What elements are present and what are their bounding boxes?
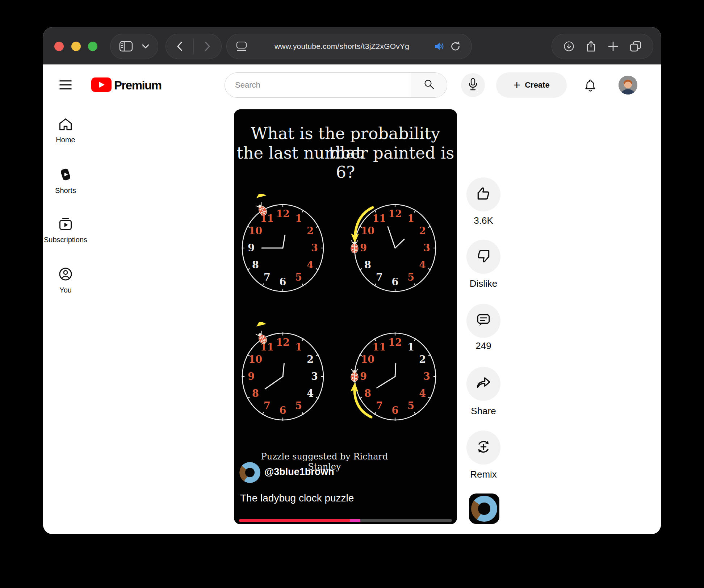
svg-text:10: 10 [361, 354, 375, 365]
svg-text:4: 4 [419, 259, 426, 270]
youtube-premium-logo[interactable]: Premium [91, 77, 162, 93]
subscriptions-icon [58, 217, 73, 232]
svg-text:3: 3 [311, 242, 318, 253]
svg-text:4: 4 [419, 388, 426, 399]
svg-text:6: 6 [280, 276, 286, 287]
sidebar-item-subscriptions[interactable]: Subscriptions [46, 217, 85, 244]
new-tab-icon[interactable] [608, 41, 618, 51]
voice-search-button[interactable] [461, 73, 485, 97]
plus-icon: + [513, 79, 520, 91]
downloads-icon[interactable] [563, 41, 574, 52]
chevron-down-icon[interactable] [142, 44, 149, 49]
like-count: 3.6K [454, 215, 512, 226]
minimize-window-button[interactable] [71, 42, 81, 51]
svg-text:2: 2 [419, 354, 426, 365]
svg-text:4: 4 [307, 388, 314, 399]
comments-count: 249 [454, 340, 512, 352]
close-window-button[interactable] [54, 42, 64, 51]
like-button[interactable] [466, 177, 500, 211]
sidebar-item-home[interactable]: Home [46, 117, 85, 144]
video-progress-bar[interactable] [239, 519, 452, 522]
svg-text:5: 5 [407, 400, 414, 411]
url-text[interactable]: www.youtube.com/shorts/t3jZ2xGOvYg [252, 42, 432, 51]
share-button[interactable] [466, 367, 500, 401]
forward-button[interactable] [205, 42, 210, 51]
page-settings-icon[interactable] [236, 41, 247, 52]
svg-text:1: 1 [295, 341, 302, 353]
svg-text:3: 3 [311, 371, 318, 382]
tab-overview-icon[interactable] [630, 41, 641, 52]
dislike-label: Dislike [454, 278, 512, 289]
channel-avatar[interactable] [239, 462, 260, 483]
reload-icon[interactable] [451, 41, 460, 51]
remix-button[interactable] [466, 430, 500, 465]
svg-text:3: 3 [423, 371, 430, 382]
search-bar [225, 72, 447, 98]
sidebar-toggle-group [110, 34, 158, 59]
remix-label: Remix [454, 469, 512, 480]
back-button[interactable] [177, 42, 183, 51]
channel-thumbnail-button[interactable] [469, 494, 499, 524]
microphone-icon [467, 78, 479, 92]
svg-text:2: 2 [307, 225, 314, 236]
svg-text:6: 6 [280, 405, 286, 416]
share-sheet-icon[interactable] [586, 41, 596, 52]
svg-text:10: 10 [249, 225, 263, 236]
zoom-window-button[interactable] [88, 42, 97, 51]
svg-text:6: 6 [392, 405, 399, 416]
clock-bottom-right: 123456789101112 [348, 322, 442, 431]
svg-text:10: 10 [249, 354, 263, 365]
nav-buttons-group [165, 34, 222, 59]
svg-text:11: 11 [373, 341, 386, 353]
shorts-icon [58, 167, 73, 183]
svg-text:12: 12 [276, 337, 290, 348]
browser-window: www.youtube.com/shorts/t3jZ2xGOvYg [43, 27, 661, 534]
sidebar-label: Shorts [55, 186, 76, 195]
create-button[interactable]: + Create [496, 72, 567, 98]
url-bar[interactable]: www.youtube.com/shorts/t3jZ2xGOvYg [226, 34, 472, 59]
svg-text:6: 6 [392, 276, 399, 287]
account-avatar[interactable] [619, 76, 637, 94]
youtube-play-icon [91, 77, 112, 93]
svg-text:12: 12 [388, 337, 402, 348]
svg-text:7: 7 [376, 400, 383, 411]
svg-text:2: 2 [307, 354, 314, 365]
svg-text:12: 12 [388, 208, 402, 219]
search-input[interactable] [225, 73, 411, 97]
you-profile-icon [58, 267, 73, 283]
svg-text:7: 7 [264, 272, 271, 283]
svg-text:8: 8 [252, 388, 259, 399]
svg-text:9: 9 [248, 242, 255, 253]
search-button[interactable] [411, 73, 447, 97]
window-actions-group [552, 34, 653, 59]
comments-button[interactable] [466, 304, 500, 338]
audio-playing-icon[interactable] [435, 42, 445, 51]
create-label: Create [525, 80, 549, 90]
logo-wordmark: Premium [114, 79, 162, 92]
bell-icon [584, 87, 596, 93]
avatar-portrait [619, 76, 637, 94]
sidebar-label: You [59, 286, 72, 294]
sidebar-label: Home [56, 136, 75, 144]
svg-text:8: 8 [364, 259, 371, 270]
svg-text:1: 1 [295, 213, 302, 224]
sidebar-item-shorts[interactable]: Shorts [46, 167, 85, 195]
sidebar-toggle-icon[interactable] [119, 41, 133, 52]
thumb-down-icon [475, 248, 491, 265]
svg-text:11: 11 [373, 213, 386, 224]
channel-handle[interactable]: @3blue1brown [264, 466, 334, 478]
share-label: Share [454, 406, 512, 417]
menu-hamburger-button[interactable] [59, 80, 72, 90]
dislike-button[interactable] [466, 240, 500, 274]
svg-text:9: 9 [360, 242, 367, 253]
svg-text:9: 9 [248, 371, 255, 382]
3blue1brown-logo-icon [239, 462, 260, 483]
search-icon [424, 79, 435, 91]
notifications-button[interactable] [584, 79, 596, 93]
shorts-video-player[interactable]: What is the probability that the last nu… [234, 109, 457, 524]
remix-icon [475, 439, 491, 456]
sidebar-label: Subscriptions [44, 236, 87, 244]
3blue1brown-logo-icon [471, 496, 497, 522]
svg-text:3: 3 [423, 242, 430, 253]
sidebar-item-you[interactable]: You [46, 267, 85, 294]
